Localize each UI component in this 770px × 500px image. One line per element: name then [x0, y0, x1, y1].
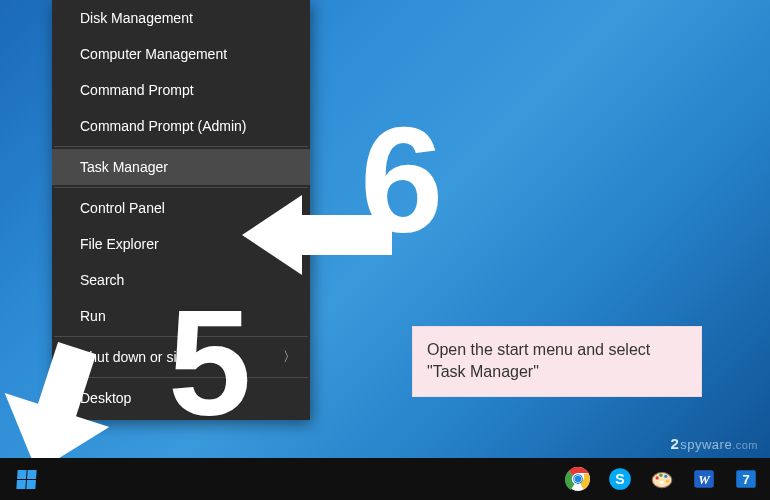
watermark-2: 2 — [670, 435, 679, 452]
paint-icon[interactable] — [644, 461, 680, 497]
svg-point-9 — [656, 476, 659, 479]
menu-item-command-prompt-admin[interactable]: Command Prompt (Admin) — [52, 108, 310, 144]
word-icon[interactable]: W — [686, 461, 722, 497]
menu-item-task-manager[interactable]: Task Manager — [52, 149, 310, 185]
svg-point-10 — [659, 474, 662, 477]
menu-label: Computer Management — [80, 46, 227, 62]
menu-item-computer-management[interactable]: Computer Management — [52, 36, 310, 72]
menu-item-command-prompt[interactable]: Command Prompt — [52, 72, 310, 108]
seven-icon[interactable]: 7 — [728, 461, 764, 497]
chevron-right-icon: 〉 — [283, 348, 296, 366]
annotation-arrow-left-icon — [232, 190, 402, 280]
svg-text:W: W — [698, 472, 711, 487]
svg-point-11 — [664, 475, 667, 478]
menu-label: Control Panel — [80, 200, 165, 216]
menu-label: Run — [80, 308, 106, 324]
skype-icon[interactable]: S — [602, 461, 638, 497]
svg-text:7: 7 — [742, 472, 749, 487]
desktop: 6 Disk Management Computer Management Co… — [0, 0, 770, 500]
menu-divider — [54, 187, 308, 188]
menu-label: Disk Management — [80, 10, 193, 26]
svg-point-5 — [575, 476, 582, 483]
annotation-step-number-5: 5 — [168, 288, 251, 438]
menu-label: Command Prompt (Admin) — [80, 118, 247, 134]
watermark-com: .com — [732, 439, 758, 451]
taskbar[interactable]: S W 7 — [0, 458, 770, 500]
menu-divider — [54, 146, 308, 147]
menu-item-disk-management[interactable]: Disk Management — [52, 0, 310, 36]
menu-label: Task Manager — [80, 159, 168, 175]
svg-point-12 — [666, 480, 669, 483]
instruction-text: Open the start menu and select "Task Man… — [427, 341, 650, 380]
menu-label: File Explorer — [80, 236, 159, 252]
watermark: 2spyware.com — [670, 435, 758, 452]
watermark-mid: spyware — [680, 437, 732, 452]
instruction-callout: Open the start menu and select "Task Man… — [412, 326, 702, 397]
chrome-icon[interactable] — [560, 461, 596, 497]
menu-label: Search — [80, 272, 124, 288]
svg-text:S: S — [615, 471, 624, 487]
start-button[interactable] — [4, 458, 48, 500]
svg-marker-0 — [242, 195, 392, 275]
windows-logo-icon — [16, 470, 36, 489]
menu-label: Command Prompt — [80, 82, 194, 98]
svg-point-13 — [660, 481, 664, 484]
